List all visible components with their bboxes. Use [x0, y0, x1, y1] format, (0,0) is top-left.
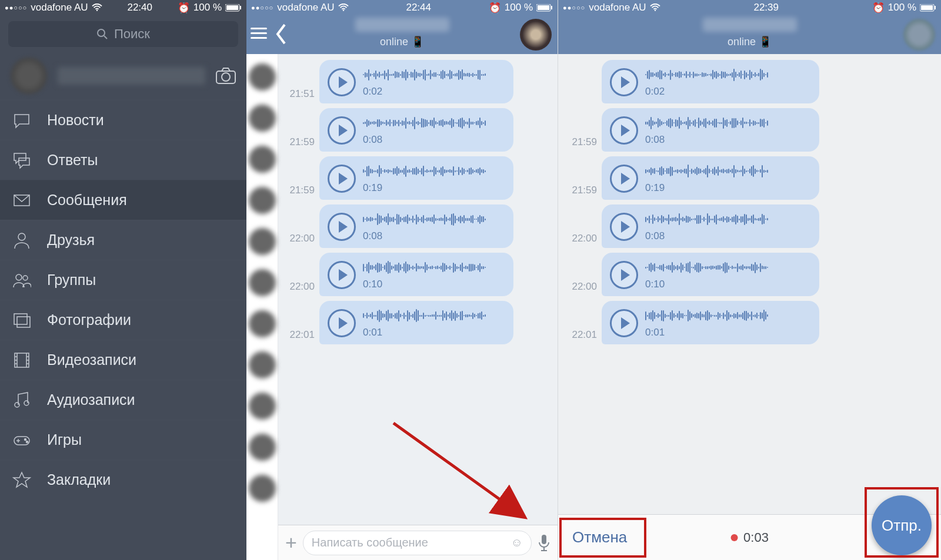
- voice-message[interactable]: 22:00 0:10: [282, 253, 553, 296]
- chat-header: ●●○○○vodafone AU 22:39 ⏰100 % online 📱: [558, 0, 941, 54]
- voice-message[interactable]: 22:00 0:08: [562, 204, 936, 248]
- play-button[interactable]: [328, 309, 356, 337]
- music-icon: [12, 390, 32, 410]
- play-button[interactable]: [610, 309, 638, 337]
- play-button[interactable]: [610, 116, 638, 145]
- voice-bubble[interactable]: 0:01: [602, 301, 819, 344]
- voice-bubble[interactable]: 0:10: [319, 253, 513, 296]
- profile-row[interactable]: [0, 54, 246, 100]
- menu-label: Друзья: [47, 232, 95, 249]
- voice-message[interactable]: 21:59 0:08: [282, 108, 553, 152]
- voice-message[interactable]: 21:59 0:08: [562, 108, 936, 152]
- duration-label: 0:10: [363, 279, 505, 290]
- voice-bubble[interactable]: 0:08: [319, 204, 513, 248]
- play-button[interactable]: [610, 68, 638, 96]
- menu-label: Видеозаписи: [47, 351, 136, 368]
- carrier-label: vodafone AU: [589, 2, 646, 14]
- message-input[interactable]: Написать сообщение ☺: [303, 531, 532, 555]
- voice-bubble[interactable]: 0:19: [319, 156, 513, 200]
- svg-rect-41: [921, 5, 933, 10]
- voice-bubble[interactable]: 0:02: [319, 60, 513, 103]
- menu-item-person[interactable]: Друзья: [0, 220, 246, 260]
- menu-label: Группы: [47, 271, 96, 289]
- voice-message[interactable]: 22:00 0:08: [282, 204, 553, 248]
- voice-bubble[interactable]: 0:08: [602, 204, 819, 248]
- star-icon: [12, 470, 32, 490]
- play-button[interactable]: [328, 68, 356, 96]
- menu-label: Новости: [47, 112, 104, 129]
- svg-point-10: [16, 274, 22, 280]
- svg-point-28: [25, 438, 26, 440]
- play-button[interactable]: [610, 165, 638, 193]
- voice-message[interactable]: 21:59 0:19: [282, 156, 553, 200]
- chat-title: [703, 18, 797, 32]
- waveform: [363, 308, 505, 323]
- play-button[interactable]: [328, 116, 356, 145]
- waveform: [363, 115, 505, 130]
- battery-pct: 100 %: [888, 2, 916, 14]
- svg-point-11: [23, 276, 28, 280]
- voice-bubble[interactable]: 0:01: [319, 301, 513, 344]
- voice-bubble[interactable]: 0:10: [602, 253, 819, 296]
- duration-label: 0:19: [363, 182, 505, 194]
- chat-bubble-icon: [12, 110, 32, 130]
- menu-label: Игры: [47, 431, 82, 448]
- carrier-label: vodafone AU: [31, 2, 88, 14]
- voice-message[interactable]: 0:02: [562, 60, 936, 103]
- message-list[interactable]: 0:02 21:59 0:08 21:59 0:19 22:00: [558, 54, 941, 514]
- voice-bubble[interactable]: 0:19: [602, 156, 819, 200]
- play-button[interactable]: [610, 213, 638, 241]
- menu-item-chat-bubbles[interactable]: Ответы: [0, 140, 246, 180]
- message-time: 22:00: [282, 281, 315, 296]
- attach-button[interactable]: +: [285, 531, 297, 554]
- menu-item-star[interactable]: Закладки: [0, 460, 246, 499]
- film-icon: [12, 350, 32, 370]
- voice-bubble[interactable]: 0:02: [602, 60, 819, 103]
- waveform: [645, 67, 811, 82]
- emoji-icon[interactable]: ☺: [511, 536, 523, 549]
- voice-message[interactable]: 21:51 0:02: [282, 60, 553, 103]
- camera-icon[interactable]: [216, 68, 236, 84]
- play-button[interactable]: [328, 213, 356, 241]
- duration-label: 0:08: [363, 134, 505, 146]
- menu-item-film[interactable]: Видеозаписи: [0, 340, 246, 380]
- chat-panel-input: ●●○○○vodafone AU 22:44 ⏰100 % online 📱 2…: [246, 0, 558, 560]
- voice-bubble[interactable]: 0:08: [319, 108, 513, 152]
- menu-item-people[interactable]: Группы: [0, 260, 246, 300]
- duration-label: 0:08: [645, 134, 811, 146]
- menu-item-photos[interactable]: Фотографии: [0, 300, 246, 340]
- search-input[interactable]: Поиск: [8, 21, 238, 47]
- message-list[interactable]: 21:51 0:02 21:59 0:08 21:59: [278, 54, 558, 525]
- play-button[interactable]: [328, 261, 356, 289]
- menu-icon[interactable]: [251, 25, 267, 42]
- menu-item-envelope[interactable]: Сообщения: [0, 180, 246, 220]
- record-dot-icon: [730, 534, 738, 541]
- chat-avatar[interactable]: [903, 19, 935, 51]
- chat-avatar[interactable]: [520, 19, 552, 51]
- message-time: 21:51: [282, 88, 315, 103]
- voice-message[interactable]: 22:01 0:01: [282, 301, 553, 344]
- sidebar-panel: ●●○○○ vodafone AU 22:40 ⏰ 100 % Поиск Но…: [0, 0, 246, 560]
- online-status: online 📱: [380, 35, 424, 48]
- play-button[interactable]: [328, 165, 356, 193]
- message-time: 22:01: [282, 329, 315, 344]
- voice-message[interactable]: 22:01 0:01: [562, 301, 936, 344]
- menu-item-chat-bubble[interactable]: Новости: [0, 100, 246, 140]
- cancel-button[interactable]: Отмена: [558, 528, 641, 546]
- waveform: [363, 67, 505, 82]
- message-time: 22:00: [562, 233, 597, 248]
- play-button[interactable]: [610, 261, 638, 289]
- back-button[interactable]: [275, 24, 288, 45]
- waveform: [645, 115, 811, 130]
- voice-message[interactable]: 22:00 0:10: [562, 253, 936, 296]
- clock-label: 22:40: [127, 2, 152, 14]
- voice-message[interactable]: 21:59 0:19: [562, 156, 936, 200]
- send-button[interactable]: Отпр.: [872, 495, 932, 555]
- mobile-icon: 📱: [759, 36, 772, 48]
- menu-item-gamepad[interactable]: Игры: [0, 420, 246, 460]
- menu-item-music[interactable]: Аудиозаписи: [0, 380, 246, 420]
- mic-button[interactable]: [538, 534, 550, 552]
- people-icon: [12, 270, 32, 290]
- voice-bubble[interactable]: 0:08: [602, 108, 819, 152]
- conversation-list-strip[interactable]: [246, 54, 278, 560]
